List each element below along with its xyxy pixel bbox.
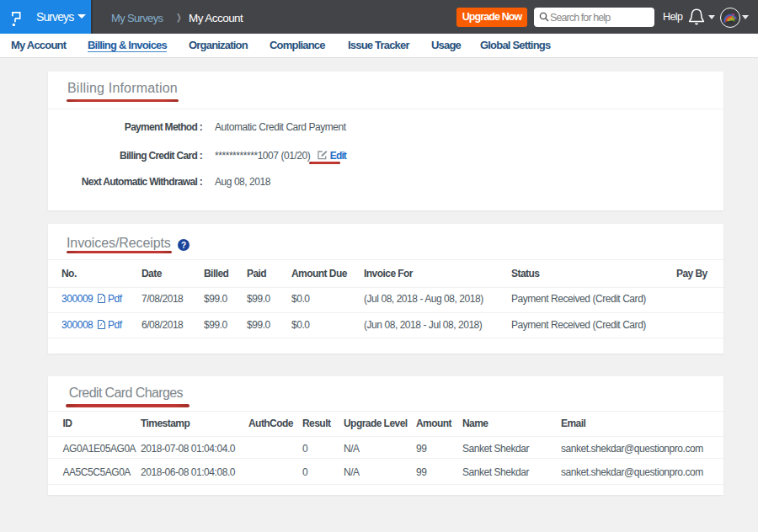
svg-text:?: ?: [181, 241, 186, 250]
